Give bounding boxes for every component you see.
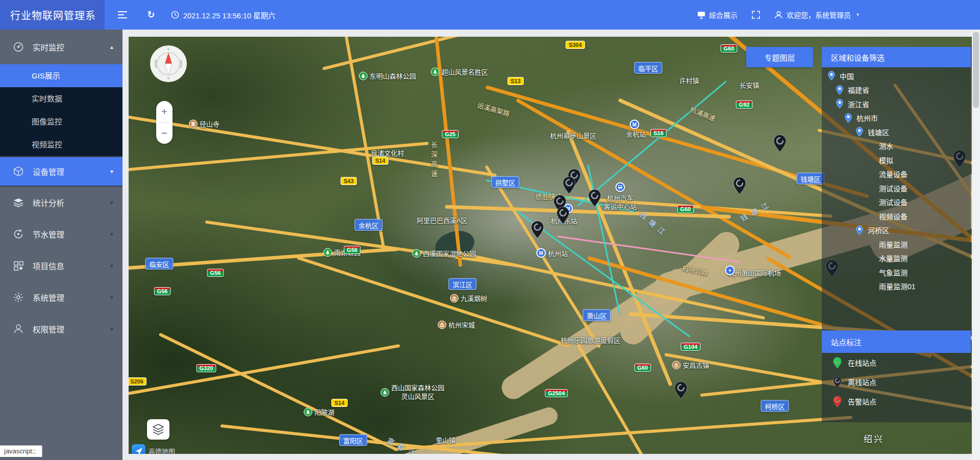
user-icon: [12, 323, 24, 335]
compass-control[interactable]: [149, 44, 188, 83]
chevron-down-icon: ▼: [109, 326, 114, 332]
temple-icon: [189, 120, 198, 129]
scrollbar-thumb[interactable]: [973, 32, 979, 108]
theme-layer-button[interactable]: 专题图层: [746, 47, 813, 67]
sidebar-item-system-mgmt[interactable]: 系统管理▼: [0, 282, 122, 313]
road-name-label: 长深高速: [429, 141, 439, 180]
sidebar-item-label: 系统管理: [33, 292, 64, 303]
tree-node-label: 测试设备: [879, 197, 908, 207]
sidebar-item-permission-mgmt[interactable]: 权限管理▼: [0, 313, 122, 345]
offline-station-pin[interactable]: [562, 176, 576, 196]
museum-icon: [450, 294, 458, 303]
offline-station-pin[interactable]: [733, 176, 746, 197]
user-icon: [774, 11, 783, 19]
station-pin-icon: [833, 357, 842, 369]
tree-node-label: 中国: [840, 71, 854, 81]
sidebar-collapse-icon[interactable]: [113, 0, 132, 30]
tree-node-label: 雨量监测01: [879, 281, 916, 291]
sidebar-item-device-mgmt[interactable]: 设备管理▼: [0, 156, 122, 187]
legend-panel-header[interactable]: 站点标注: [822, 330, 971, 353]
gauge-icon: [12, 41, 24, 53]
display-mode-button[interactable]: 综合展示: [697, 10, 738, 20]
tree-node[interactable]: 杭州市: [822, 111, 971, 125]
map-place-label: 阿里巴巴西溪A区: [416, 216, 468, 225]
road-shield: S206: [129, 377, 146, 386]
offline-station-pin[interactable]: [531, 220, 544, 241]
map-place-label: 杭州皋亭山景区: [550, 132, 596, 140]
clock-icon: [171, 11, 179, 19]
district-label: 余杭区: [354, 219, 382, 231]
tree-node-label: 气象监测: [879, 267, 908, 277]
offline-station-pin[interactable]: [773, 134, 787, 155]
user-menu[interactable]: 欢迎您，系统管理员 ▼: [774, 10, 860, 20]
sidebar-item-label: 项目信息: [33, 260, 64, 271]
museum-icon: [672, 361, 680, 370]
tree-node-label: 流量设备: [879, 169, 908, 179]
offline-station-pin[interactable]: [556, 206, 570, 226]
map-place-label: 径山寺: [189, 120, 219, 129]
tree-node[interactable]: 测试设备: [822, 181, 971, 195]
offline-station-pin[interactable]: [588, 189, 601, 209]
tree-node[interactable]: 中国: [822, 69, 971, 83]
sidebar-item-project-info[interactable]: 项目信息▼: [0, 250, 122, 282]
sidebar-item-realtime-monitor[interactable]: 实时监控▲: [0, 30, 122, 64]
tree-node[interactable]: 雨量监测01: [822, 279, 971, 294]
tree-node[interactable]: 雨量监测: [822, 237, 971, 251]
location-pin-icon: [856, 127, 863, 137]
map-place-label: 杭州宋城: [437, 321, 475, 329]
district-label: 拱墅区: [491, 176, 519, 188]
filter-panel-header[interactable]: 区域和设备筛选: [822, 47, 971, 67]
chevron-down-icon: ▼: [109, 169, 114, 174]
tree-node-label: 测试设备: [879, 183, 908, 193]
offline-station-pin[interactable]: [674, 381, 688, 401]
tree-node[interactable]: 水量监测: [822, 251, 971, 266]
layers-button[interactable]: [147, 419, 169, 440]
map-place-label: 东明山森林公园: [359, 72, 416, 81]
bus-station-icon: [616, 183, 625, 192]
tree-node[interactable]: 福建省: [822, 83, 971, 97]
museum-icon: [437, 321, 446, 329]
tree-node[interactable]: 气象监测: [822, 265, 971, 279]
sidebar-item-stats-analysis[interactable]: 统计分析▼: [0, 187, 122, 218]
tree-node-label: 河桥区: [868, 225, 889, 235]
tree-node[interactable]: 浙江省: [822, 97, 971, 111]
sidebar-item-realtime-data[interactable]: 实时数据: [0, 87, 122, 110]
park-icon: [304, 408, 312, 417]
district-label: 滨江区: [448, 278, 476, 290]
location-pin-icon: [836, 85, 843, 95]
map-place-label: 绍兴: [864, 435, 884, 444]
page-scrollbar[interactable]: [972, 30, 980, 460]
refresh-icon[interactable]: ↻: [142, 0, 160, 30]
tree-node[interactable]: 流量设备: [822, 167, 971, 182]
map-place-label: 许村镇: [679, 76, 699, 85]
tree-node[interactable]: 测试设备: [822, 195, 971, 210]
tree-node[interactable]: 河桥区: [822, 223, 971, 238]
amap-logo-icon[interactable]: [132, 444, 145, 454]
tree-node[interactable]: 钱塘区: [822, 125, 971, 139]
road-shield: G92: [736, 100, 753, 109]
welcome-text: 欢迎您，系统管理员: [787, 10, 851, 20]
sidebar-item-gis[interactable]: GIS展示: [0, 64, 122, 87]
map-place-label: 超山风景名胜区: [431, 68, 488, 76]
app-title: 行业物联网管理系: [0, 0, 105, 30]
location-pin-icon: [828, 71, 835, 81]
zoom-in-button[interactable]: +: [156, 101, 173, 122]
sidebar-item-label: 节水管理: [33, 228, 64, 240]
cube-icon: [12, 166, 24, 177]
tree-node-label: 浙江省: [848, 99, 869, 109]
fullscreen-icon[interactable]: [752, 11, 760, 19]
road-shield: G56: [207, 269, 224, 277]
zoom-control: + −: [156, 101, 173, 144]
sidebar-item-video-monitor[interactable]: 视频监控: [0, 133, 122, 156]
tree-node[interactable]: 视频设备: [822, 209, 971, 223]
sidebar-item-image-monitor[interactable]: 图像监控: [0, 110, 122, 133]
sidebar-item-water-saving[interactable]: 节水管理▼: [0, 218, 122, 250]
rail-station-icon: M: [630, 120, 640, 130]
district-label: 萧山区: [582, 310, 610, 321]
zoom-out-button[interactable]: −: [156, 123, 173, 144]
map-canvas[interactable]: 临平区拱墅区钱塘区余杭区临安区滨江区萧山区柯桥区富阳区东明山森林公园超山风景名胜…: [129, 37, 972, 454]
tree-node[interactable]: 测水: [822, 139, 971, 154]
park-icon: [380, 388, 389, 397]
map-place-label: 杭州萧山国际机场: [728, 269, 781, 277]
tree-node[interactable]: 模拟: [822, 153, 971, 167]
